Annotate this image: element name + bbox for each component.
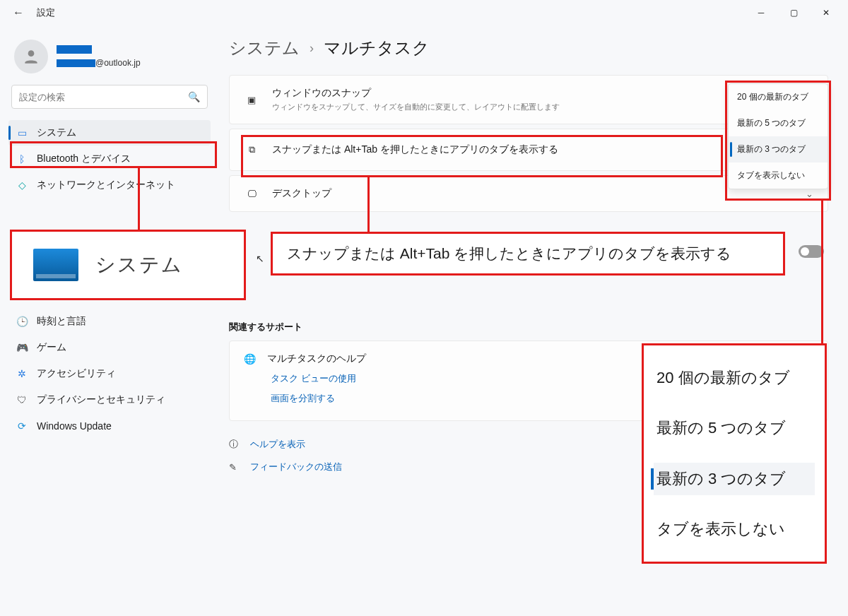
wifi-icon: ◇ [16, 179, 28, 191]
link-label: ヘルプを表示 [250, 438, 305, 451]
dropdown-option[interactable]: 最新の 5 つのタブ [729, 110, 828, 136]
dropdown-tab-count[interactable]: 20 個の最新のタブ 最新の 5 つのタブ 最新の 3 つのタブ タブを表示しな… [728, 83, 828, 189]
dropdown-option-large: 最新の 5 つのタブ [654, 412, 815, 444]
annotation-zoom-dropdown: 20 個の最新のタブ 最新の 5 つのタブ 最新の 3 つのタブ タブを表示しな… [642, 343, 827, 564]
dropdown-option-large: タブを表示しない [654, 513, 815, 545]
chevron-right-icon: › [310, 41, 314, 56]
profile-info: @outlook.jp [57, 45, 141, 68]
search-input[interactable] [19, 92, 188, 102]
profile-email-suffix: @outlook.jp [95, 58, 141, 68]
sidebar-item-gaming[interactable]: 🎮ゲーム [8, 335, 211, 360]
tabs-icon: ⧉ [244, 144, 259, 155]
dropdown-option[interactable]: 20 個の最新のタブ [729, 84, 828, 110]
profile-name-redacted [57, 45, 92, 54]
dropdown-option[interactable]: タブを表示しない [729, 162, 828, 189]
dropdown-option-selected[interactable]: 最新の 3 つのタブ [729, 136, 828, 162]
system-icon-large [33, 249, 78, 281]
globe-icon: 🌐 [244, 353, 256, 365]
system-label-large: システム [95, 251, 183, 278]
clock-icon: 🕒 [16, 315, 28, 328]
close-button[interactable]: ✕ [810, 1, 842, 24]
system-icon: ▭ [16, 126, 28, 139]
game-icon: 🎮 [16, 341, 28, 354]
sidebar-item-label: Bluetooth とデバイス [37, 153, 131, 165]
avatar [14, 40, 48, 73]
sidebar-item-bluetooth[interactable]: ᛒBluetooth とデバイス [8, 146, 211, 172]
annotation-zoom-alttab: スナップまたは Alt+Tab を押したときにアプリのタブを表示する [271, 232, 785, 276]
profile-email-redacted [57, 59, 95, 67]
sidebar-item-label: 時刻と言語 [37, 315, 86, 328]
update-icon: ⟳ [16, 420, 28, 432]
maximize-button[interactable]: ▢ [777, 1, 810, 24]
section-related-support: 関連するサポート [229, 321, 828, 333]
title-bar: ← 設定 ─ ▢ ✕ [0, 0, 848, 25]
sidebar-item-label: Windows Update [37, 420, 112, 432]
toggle-switch[interactable] [799, 245, 824, 258]
sidebar-item-privacy[interactable]: 🛡プライバシーとセキュリティ [8, 387, 211, 413]
sidebar: @outlook.jp 🔍 ▭システム ᛒBluetooth とデバイス ◇ネッ… [0, 25, 219, 616]
window-controls: ─ ▢ ✕ [745, 1, 842, 24]
nav-list: ▭システム ᛒBluetooth とデバイス ◇ネットワークとインターネット [8, 120, 211, 198]
help-icon: ⓘ [229, 438, 242, 451]
shield-icon: 🛡 [16, 393, 28, 406]
feedback-icon: ✎ [229, 462, 242, 473]
dropdown-option-large: 20 個の最新のタブ [654, 362, 815, 394]
cursor-icon: ↖ [256, 253, 264, 264]
alttab-label-large: スナップまたは Alt+Tab を押したときにアプリのタブを表示する [287, 244, 731, 263]
person-icon [22, 47, 40, 66]
minimize-button[interactable]: ─ [745, 1, 777, 24]
dropdown-option-large-selected: 最新の 3 つのタブ [654, 463, 815, 495]
sidebar-item-label: ネットワークとインターネット [37, 179, 175, 191]
annotation-connector [367, 175, 370, 232]
annotation-connector [138, 167, 140, 230]
sidebar-item-label: ゲーム [37, 341, 66, 354]
help-title: マルチタスクのヘルプ [267, 353, 366, 365]
bluetooth-icon: ᛒ [16, 153, 28, 165]
sidebar-item-time[interactable]: 🕒時刻と言語 [8, 309, 211, 334]
search-input-wrap[interactable]: 🔍 [11, 85, 208, 109]
back-button[interactable]: ← [6, 6, 31, 19]
annotation-zoom-system: システム [10, 230, 246, 300]
annotation-connector [821, 199, 823, 345]
accessibility-icon: ✲ [16, 367, 28, 380]
sidebar-item-label: アクセシビリティ [37, 367, 116, 380]
breadcrumb-parent[interactable]: システム [229, 37, 300, 59]
link-label: フィードバックの送信 [250, 461, 342, 473]
sidebar-item-label: プライバシーとセキュリティ [37, 393, 165, 406]
window-title: 設定 [37, 6, 55, 19]
sidebar-item-accessibility[interactable]: ✲アクセシビリティ [8, 361, 211, 386]
sidebar-item-label: システム [37, 126, 76, 139]
profile-block[interactable]: @outlook.jp [8, 31, 211, 85]
search-icon: 🔍 [188, 91, 200, 102]
breadcrumb: システム › マルチタスク [229, 34, 828, 75]
snap-icon: ▣ [244, 95, 259, 105]
breadcrumb-current: マルチタスク [324, 37, 430, 59]
card-title: デスクトップ [272, 187, 793, 200]
chevron-down-icon: ⌄ [806, 189, 813, 199]
desktop-icon: 🖵 [244, 189, 259, 199]
svg-point-0 [28, 50, 35, 57]
sidebar-item-system[interactable]: ▭システム [8, 120, 211, 146]
sidebar-item-update[interactable]: ⟳Windows Update [8, 413, 211, 439]
sidebar-item-network[interactable]: ◇ネットワークとインターネット [8, 172, 211, 198]
